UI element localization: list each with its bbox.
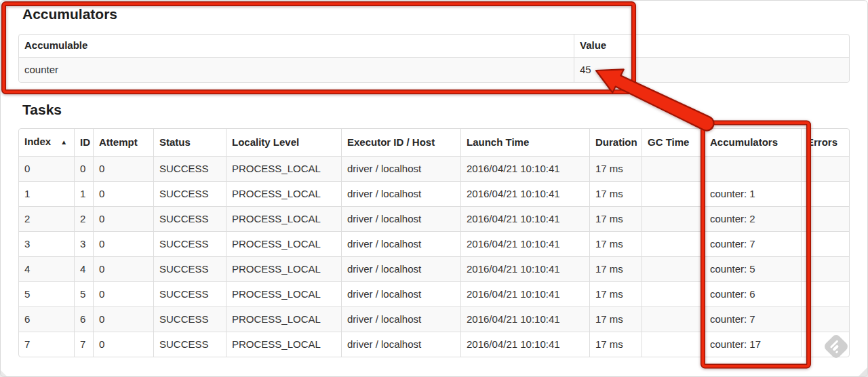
task-row-cell-locality-level: PROCESS_LOCAL xyxy=(226,231,341,256)
task-row-cell-accumulators: counter: 7 xyxy=(704,306,801,332)
task-row-cell-errors xyxy=(801,306,849,332)
task-row-cell-status: SUCCESS xyxy=(153,256,226,281)
task-row-cell-accumulators: counter: 17 xyxy=(704,332,801,357)
column-header-gc-time[interactable]: GC Time xyxy=(642,129,704,156)
task-row-cell-index: 1 xyxy=(19,181,74,206)
tasks-table-header: Index▲ ID Attempt Status Locality Level … xyxy=(19,129,849,156)
task-row-cell-attempt: 0 xyxy=(93,256,153,281)
page-corner-mark-right xyxy=(858,367,868,377)
task-row-cell-index: 2 xyxy=(19,206,74,231)
task-row-cell-duration: 17 ms xyxy=(589,281,642,306)
task-row-cell-locality-level: PROCESS_LOCAL xyxy=(226,156,341,181)
task-row-cell-index: 5 xyxy=(19,281,74,306)
accumulable-row-cell-accumulable: counter xyxy=(19,57,574,82)
spark-stage-details-page: { "accumulators_section": { "title": "Ac… xyxy=(0,0,868,377)
task-row: 440SUCCESSPROCESS_LOCALdriver / localhos… xyxy=(19,256,849,281)
task-row-cell-accumulators: counter: 6 xyxy=(704,281,801,306)
task-row-cell-index: 0 xyxy=(19,156,74,181)
task-row-cell-errors xyxy=(801,156,849,181)
task-row-cell-gc-time xyxy=(642,332,704,357)
task-row-cell-gc-time xyxy=(642,181,704,206)
task-row-cell-index: 6 xyxy=(19,306,74,332)
task-row: 110SUCCESSPROCESS_LOCALdriver / localhos… xyxy=(19,181,849,206)
tasks-table-body: 000SUCCESSPROCESS_LOCALdriver / localhos… xyxy=(19,156,849,357)
task-row-cell-status: SUCCESS xyxy=(153,306,226,332)
task-row-cell-launch-time: 2016/04/21 10:10:41 xyxy=(460,332,589,357)
task-row-cell-id: 6 xyxy=(74,306,93,332)
task-row-cell-duration: 17 ms xyxy=(589,206,642,231)
task-row-cell-executor-id-host: driver / localhost xyxy=(341,206,460,231)
column-header-launch-time[interactable]: Launch Time xyxy=(460,129,589,156)
task-row-cell-accumulators: counter: 2 xyxy=(704,206,801,231)
accumulable-row-cell-value: 45 xyxy=(574,57,849,82)
task-row-cell-errors xyxy=(801,231,849,256)
column-header-index[interactable]: Index▲ xyxy=(19,129,74,156)
task-row-cell-executor-id-host: driver / localhost xyxy=(341,306,460,332)
accumulators-table-header: Accumulable Value xyxy=(19,35,849,57)
task-row: 550SUCCESSPROCESS_LOCALdriver / localhos… xyxy=(19,281,849,306)
task-row-cell-gc-time xyxy=(642,256,704,281)
task-row-cell-accumulators xyxy=(704,156,801,181)
task-row-cell-attempt: 0 xyxy=(93,281,153,306)
task-row: 330SUCCESSPROCESS_LOCALdriver / localhos… xyxy=(19,231,849,256)
task-row-cell-executor-id-host: driver / localhost xyxy=(341,281,460,306)
task-row-cell-executor-id-host: driver / localhost xyxy=(341,156,460,181)
accumulators-section-title: Accumulators xyxy=(22,6,117,22)
task-row-cell-accumulators: counter: 1 xyxy=(704,181,801,206)
task-row-cell-errors xyxy=(801,181,849,206)
column-header-duration[interactable]: Duration xyxy=(589,129,642,156)
column-header-id[interactable]: ID xyxy=(74,129,93,156)
task-row-cell-gc-time xyxy=(642,206,704,231)
column-header-errors[interactable]: Errors xyxy=(801,129,849,156)
task-row-cell-id: 4 xyxy=(74,256,93,281)
task-row-cell-duration: 17 ms xyxy=(589,256,642,281)
task-row-cell-id: 2 xyxy=(74,206,93,231)
task-row-cell-executor-id-host: driver / localhost xyxy=(341,332,460,357)
column-header-executor-id-host[interactable]: Executor ID / Host xyxy=(341,129,460,156)
task-row-cell-id: 7 xyxy=(74,332,93,357)
task-row-cell-gc-time xyxy=(642,156,704,181)
task-row: 220SUCCESSPROCESS_LOCALdriver / localhos… xyxy=(19,206,849,231)
column-header-status[interactable]: Status xyxy=(153,129,226,156)
task-row-cell-locality-level: PROCESS_LOCAL xyxy=(226,206,341,231)
task-row-cell-executor-id-host: driver / localhost xyxy=(341,256,460,281)
task-row-cell-index: 4 xyxy=(19,256,74,281)
task-row-cell-id: 3 xyxy=(74,231,93,256)
task-row-cell-index: 3 xyxy=(19,231,74,256)
task-row-cell-locality-level: PROCESS_LOCAL xyxy=(226,306,341,332)
watermark-stripe xyxy=(835,350,838,353)
task-row-cell-errors xyxy=(801,206,849,231)
column-header-locality-level[interactable]: Locality Level xyxy=(226,129,341,156)
task-row-cell-locality-level: PROCESS_LOCAL xyxy=(226,281,341,306)
task-row-cell-attempt: 0 xyxy=(93,332,153,357)
task-row: 000SUCCESSPROCESS_LOCALdriver / localhos… xyxy=(19,156,849,181)
task-row-cell-locality-level: PROCESS_LOCAL xyxy=(226,181,341,206)
task-row-cell-launch-time: 2016/04/21 10:10:41 xyxy=(460,181,589,206)
task-row-cell-errors xyxy=(801,256,849,281)
task-row-cell-duration: 17 ms xyxy=(589,181,642,206)
task-row-cell-id: 1 xyxy=(74,181,93,206)
task-row-cell-launch-time: 2016/04/21 10:10:41 xyxy=(460,156,589,181)
task-row-cell-executor-id-host: driver / localhost xyxy=(341,231,460,256)
task-row-cell-status: SUCCESS xyxy=(153,206,226,231)
task-row-cell-duration: 17 ms xyxy=(589,231,642,256)
accumulators-table-body: counter45 xyxy=(19,57,849,82)
accumulable-row: counter45 xyxy=(19,57,849,82)
task-row: 660SUCCESSPROCESS_LOCALdriver / localhos… xyxy=(19,306,849,332)
accumulable-column-header: Accumulable xyxy=(19,35,574,57)
task-row-cell-status: SUCCESS xyxy=(153,281,226,306)
task-row-cell-index: 7 xyxy=(19,332,74,357)
task-row-cell-locality-level: PROCESS_LOCAL xyxy=(226,256,341,281)
task-row-cell-accumulators: counter: 7 xyxy=(704,231,801,256)
task-row-cell-launch-time: 2016/04/21 10:10:41 xyxy=(460,206,589,231)
task-row-cell-duration: 17 ms xyxy=(589,306,642,332)
task-row-cell-status: SUCCESS xyxy=(153,181,226,206)
task-row-cell-id: 5 xyxy=(74,281,93,306)
task-row-cell-status: SUCCESS xyxy=(153,332,226,357)
task-row-cell-locality-level: PROCESS_LOCAL xyxy=(226,332,341,357)
task-row-cell-launch-time: 2016/04/21 10:10:41 xyxy=(460,281,589,306)
column-header-attempt[interactable]: Attempt xyxy=(93,129,153,156)
task-row-cell-launch-time: 2016/04/21 10:10:41 xyxy=(460,306,589,332)
task-row-cell-attempt: 0 xyxy=(93,206,153,231)
column-header-accumulators[interactable]: Accumulators xyxy=(704,129,801,156)
